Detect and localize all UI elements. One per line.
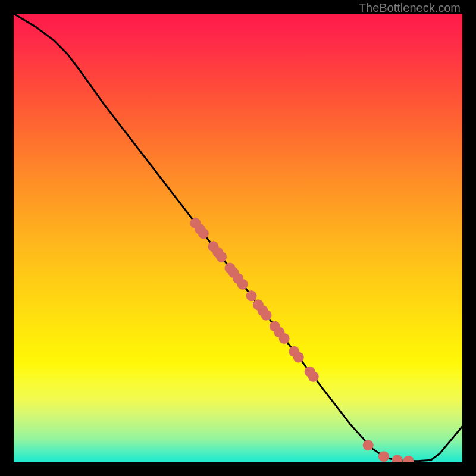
data-marker [237,279,248,290]
data-marker [392,455,403,462]
data-marker [363,440,374,450]
data-marker [216,252,227,262]
data-marker [261,310,272,321]
chart-plot [14,14,462,462]
attribution-label: TheBottleneck.com [359,1,461,15]
data-marker [293,352,304,363]
data-marker [246,290,257,301]
data-marker [198,228,209,239]
chart-markers [190,218,414,462]
chart-svg [14,14,462,462]
data-marker [308,371,319,382]
data-marker [403,456,414,462]
chart-curve [14,14,462,461]
curve-line [14,14,462,461]
data-marker [279,333,290,344]
data-marker [378,451,389,462]
